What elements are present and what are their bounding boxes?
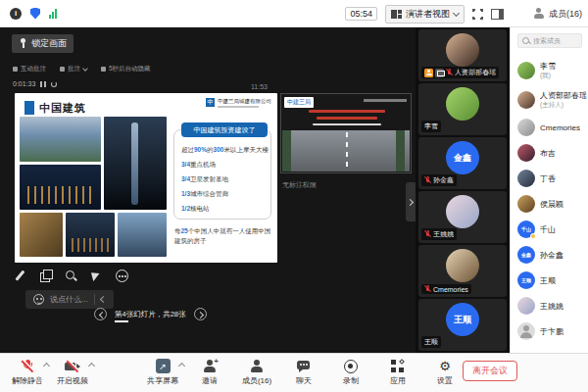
side-panel-toggle-button[interactable] [491, 9, 504, 20]
share-toolbar-item-icon [13, 67, 18, 72]
member-row[interactable]: 丁香 [517, 166, 582, 191]
host-badge-icon [424, 69, 433, 77]
toolbar-button-cam-off[interactable]: 开启视频 [55, 358, 90, 386]
laser-pointer-icon[interactable] [90, 270, 103, 282]
participant-name: Cmemories [433, 286, 468, 293]
video-tile[interactable]: Cmemories [418, 245, 507, 297]
slide-text-line [317, 117, 377, 120]
stat-bullet-text: 米以上摩天大楼 [223, 146, 269, 153]
member-name: 人资部邵春瑶 [540, 90, 587, 101]
toolbar-icon-box: ↗ [156, 358, 171, 374]
muted-mic-icon [424, 285, 431, 293]
avatar-initials: 王顺 [454, 314, 471, 326]
member-name-wrap: 于卞鹏 [540, 326, 564, 337]
member-row[interactable]: 金鑫孙金鑫 [517, 242, 582, 268]
layout-view-button[interactable]: 演讲者视图 [385, 5, 465, 24]
chevron-up-icon[interactable] [88, 363, 95, 369]
bottom-toolbar: 解除静音开启视频 ↗共享屏幕+邀请成员(16)聊天录制应用⚙设置 离开会议 [0, 353, 588, 392]
search-members-input[interactable]: 搜索成员 [517, 33, 582, 48]
meeting-info-icon[interactable]: i [10, 8, 22, 20]
pause-icon[interactable] [40, 81, 46, 87]
member-avatar [517, 62, 535, 79]
member-name: Cmemories [540, 123, 580, 132]
emoji-icon[interactable] [33, 294, 44, 305]
toolbar-button-chat[interactable]: 聊天 [286, 358, 321, 386]
stat-bullet-text: 1/2 [181, 205, 190, 212]
stat-bullet-text: 3/4 [181, 161, 190, 168]
company-name: 中建三局城建有限公司 [218, 98, 271, 105]
pen-icon[interactable] [14, 270, 26, 282]
magnifier-icon[interactable] [65, 270, 77, 282]
leave-meeting-button[interactable]: 离开会议 [463, 361, 517, 381]
toolbar-button-label: 开启视频 [57, 375, 88, 386]
participant-avatar [446, 249, 479, 282]
member-row[interactable]: 侯晨颖 [517, 191, 582, 217]
share-toolbar-item[interactable]: 5秒后自动隐藏 [101, 65, 151, 74]
member-icon [249, 359, 265, 374]
secondary-share-window[interactable]: 中建三局 [280, 93, 412, 173]
video-tile[interactable]: 王顺王顺 [418, 299, 507, 351]
refresh-icon[interactable] [51, 81, 57, 87]
toolbar-button-member[interactable]: 成员(16) [239, 358, 274, 386]
toolbar-button-gear[interactable]: ⚙设置 [427, 358, 463, 386]
quick-chat-input[interactable]: 说点什么... [25, 290, 114, 309]
toolbar-button-share[interactable]: ↗共享屏幕 [145, 358, 180, 386]
video-tile-nametag: Cmemories [421, 284, 471, 294]
toolbar-icon-box [65, 358, 80, 374]
chevron-up-icon[interactable] [178, 363, 185, 369]
network-signal-icon [49, 8, 57, 19]
participant-avatar [446, 33, 479, 67]
toolbar-icon-box [20, 358, 35, 374]
mic-off-icon [20, 359, 35, 374]
photo-eagle [20, 213, 63, 257]
toolbar-button-label: 设置 [437, 375, 453, 386]
member-avatar: 千山 [517, 220, 535, 238]
member-row[interactable]: 王姚姚 [517, 293, 582, 318]
filmstrip-expander[interactable] [406, 182, 416, 221]
chevron-up-icon[interactable] [43, 363, 50, 369]
share-icon: ↗ [156, 359, 171, 373]
member-avatar [517, 322, 535, 340]
share-toolbar-item-label: 互动批注 [21, 65, 46, 74]
toolbar-button-mic-off[interactable]: 解除静音 [10, 358, 45, 386]
share-toolbar-item[interactable]: 互动批注 [13, 65, 46, 74]
duplicate-icon[interactable] [39, 270, 52, 282]
members-count[interactable]: 成员(16) [533, 0, 582, 27]
fullscreen-button[interactable] [472, 9, 483, 20]
member-row[interactable]: 布吉 [517, 140, 582, 166]
member-row[interactable]: 李雪(我) [517, 56, 582, 85]
collapse-chat-icon[interactable] [100, 296, 107, 303]
member-name-wrap: Cmemories [540, 123, 580, 132]
next-slide-button[interactable] [194, 308, 207, 320]
member-name-wrap: 王姚姚 [540, 301, 564, 312]
video-tile[interactable]: 李雪 [418, 83, 507, 135]
search-placeholder: 搜索成员 [533, 36, 561, 46]
more-tools-icon[interactable] [116, 270, 128, 282]
member-row[interactable]: 于卞鹏 [517, 318, 582, 344]
share-toolbar-item[interactable]: 批注 [60, 65, 87, 74]
member-row[interactable]: 王顺王顺 [517, 268, 582, 293]
slide-text-line [309, 110, 385, 113]
member-name: 丁香 [540, 173, 556, 184]
member-row[interactable]: 人资部邵春瑶(主持人) [517, 85, 582, 115]
security-shield-icon[interactable] [30, 8, 40, 20]
previous-slide-button[interactable] [94, 308, 107, 320]
video-tile[interactable]: 人资部邵春瑶 [418, 29, 507, 81]
toolbar-button-apps[interactable]: 应用 [380, 358, 416, 386]
shared-screen-stage: 锁定画面 互动批注批注5秒后自动隐藏 0:01:33 11:53 中国建筑 中 … [0, 27, 416, 353]
member-name: 侯晨颖 [540, 199, 564, 210]
toolbar-button-invite[interactable]: +邀请 [192, 358, 227, 386]
member-name: 布吉 [540, 148, 556, 159]
default-person-avatar [517, 322, 535, 340]
toolbar-button-record[interactable]: 录制 [333, 358, 368, 386]
member-row[interactable]: Cmemories [517, 115, 582, 140]
pin-view-chip[interactable]: 锁定画面 [12, 34, 74, 53]
apps-square [399, 368, 404, 372]
member-name: 于卞鹏 [540, 326, 564, 337]
member-row[interactable]: 千山千山 [517, 217, 582, 242]
video-tile[interactable]: 王姚姚 [418, 191, 507, 243]
member-avatar [517, 91, 535, 109]
cam-off-icon [65, 359, 80, 374]
member-name-wrap: 千山 [540, 224, 556, 235]
video-tile[interactable]: 金鑫孙金鑫 [418, 137, 507, 189]
